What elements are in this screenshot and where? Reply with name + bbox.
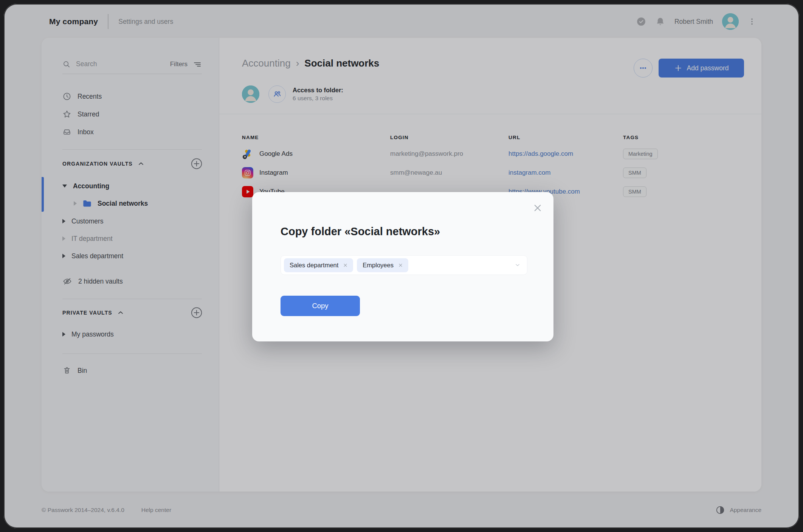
destination-vault-select[interactable]: Sales department Employees [281,255,527,275]
copy-folder-modal: Copy folder «Social networks» Sales depa… [252,192,553,341]
chip-remove-button[interactable] [343,262,348,268]
app-window: My company Settings and users Robert Smi… [4,4,799,528]
selected-vault-chip: Sales department [284,258,353,272]
close-icon [532,202,543,214]
copy-button[interactable]: Copy [281,296,360,316]
chip-remove-button[interactable] [398,262,403,268]
screen: My company Settings and users Robert Smi… [0,0,803,532]
chip-label: Sales department [290,262,338,269]
chip-remove-icon [343,262,348,268]
chip-remove-icon [398,262,403,268]
modal-title: Copy folder «Social networks» [281,225,440,238]
chevron-down-icon[interactable] [514,262,521,268]
modal-close-button[interactable] [532,202,544,214]
selected-vault-chip: Employees [357,258,408,272]
chip-label: Employees [363,262,394,269]
